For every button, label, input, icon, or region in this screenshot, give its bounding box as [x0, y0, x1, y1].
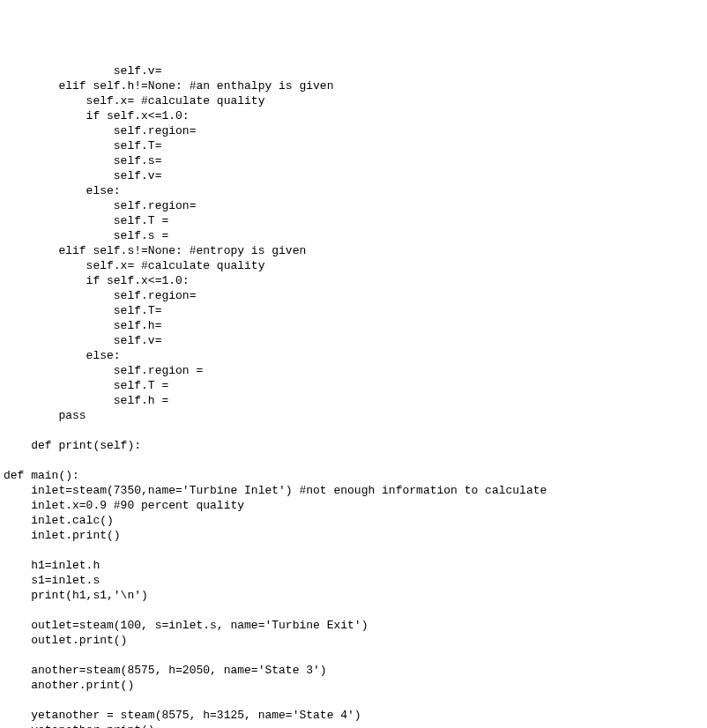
code-line: self.s=	[4, 154, 161, 167]
code-line: self.x= #calculate quality	[4, 259, 264, 272]
code-line: self.T=	[4, 139, 161, 152]
code-line: self.T =	[4, 379, 168, 392]
code-line: self.s =	[4, 229, 168, 242]
code-line: yetanother = steam(8575, h=3125, name='S…	[4, 709, 361, 722]
code-line: if self.x<=1.0:	[4, 109, 190, 123]
code-line: self.v=	[4, 334, 161, 347]
code-line: else:	[4, 184, 121, 197]
code-line: self.region=	[4, 289, 196, 302]
code-line: def main():	[4, 469, 79, 482]
code-line: s1=inlet.s	[4, 574, 100, 587]
code-line: another.print()	[4, 679, 134, 692]
code-line: self.h =	[4, 394, 168, 407]
code-line: outlet=steam(100, s=inlet.s, name='Turbi…	[4, 619, 368, 632]
code-line: another=steam(8575, h=2050, name='State …	[4, 664, 327, 677]
code-line: self.h=	[4, 319, 161, 332]
code-line: self.v=	[4, 169, 161, 182]
code-line: print(h1,s1,'\n')	[4, 589, 148, 602]
code-line: self.T=	[4, 304, 161, 317]
code-line: pass	[4, 409, 86, 422]
code-line: def print(self):	[4, 439, 141, 452]
code-line: inlet.calc()	[4, 514, 114, 527]
code-line: self.T =	[4, 214, 168, 227]
code-block: self.v= elif self.h!=None: #an enthalpy …	[4, 63, 703, 728]
code-line: self.region =	[4, 364, 203, 377]
code-line: self.region=	[4, 199, 196, 212]
code-line: h1=inlet.h	[4, 559, 100, 572]
code-line: inlet.x=0.9 #90 percent quality	[4, 499, 244, 512]
code-line: self.region=	[4, 124, 196, 137]
code-line: else:	[4, 349, 121, 362]
code-line: self.x= #calculate quality	[4, 94, 264, 108]
code-line: inlet.print()	[4, 529, 121, 542]
code-line: elif self.h!=None: #an enthalpy is given	[4, 79, 333, 93]
code-line: outlet.print()	[4, 634, 127, 647]
code-line: inlet=steam(7350,name='Turbine Inlet') #…	[4, 484, 547, 497]
code-line: elif self.s!=None: #entropy is given	[4, 244, 306, 257]
code-line: yetanother.print()	[4, 724, 155, 728]
code-line: self.v=	[4, 64, 161, 78]
code-line: if self.x<=1.0:	[4, 274, 190, 287]
